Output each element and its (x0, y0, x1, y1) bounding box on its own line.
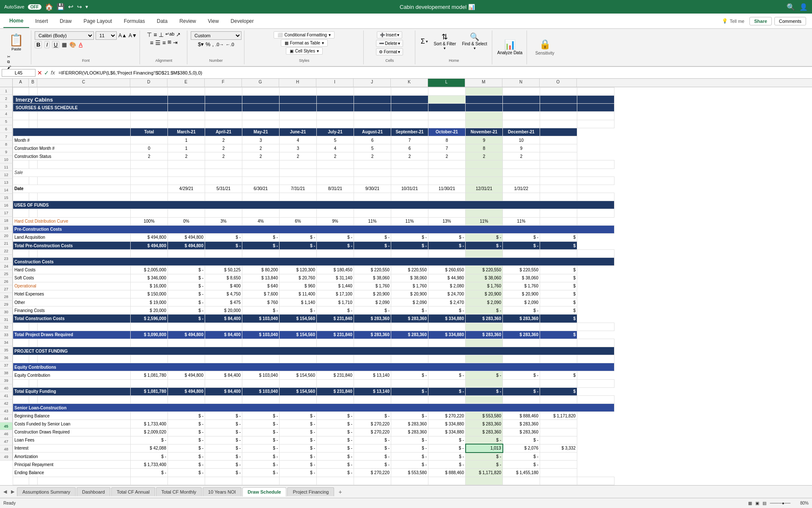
tell-me-label[interactable]: 💡 Tell me (722, 18, 744, 24)
search-icon[interactable]: 🔍 (787, 3, 795, 11)
scroll-sheets-right[interactable]: ▶ (9, 489, 16, 494)
font-name-select[interactable]: Calibri (Body) (35, 31, 94, 40)
indent-icon[interactable]: ⇥ (173, 39, 178, 46)
fmt-table-chevron[interactable]: ▾ (322, 41, 324, 45)
sum-button[interactable]: Σ ▾ (419, 37, 430, 46)
align-top-icon[interactable]: ⊤ (147, 31, 152, 38)
month-november-header[interactable]: November-21 (466, 128, 503, 136)
italic-button[interactable]: I (44, 41, 49, 48)
col-header-l[interactable]: L (428, 79, 465, 87)
cell-styles-button[interactable]: ▣ Cell Styles ▾ (286, 47, 323, 55)
col-header-j[interactable]: J (354, 79, 391, 87)
save-icon[interactable]: 💾 (57, 3, 65, 11)
increase-decimal-icon[interactable]: .0→ (215, 42, 224, 47)
insert-cells-button[interactable]: ➕ Insert ▾ (377, 31, 402, 39)
col-header-o[interactable]: O (540, 79, 577, 87)
month-may-header[interactable]: May-21 (242, 128, 280, 136)
tab-insert[interactable]: Insert (29, 15, 54, 28)
find-select-button[interactable]: 🔍 Find & Select ▾ (460, 31, 488, 51)
tab-review[interactable]: Review (173, 15, 202, 28)
cut-icon[interactable]: ✂ (7, 55, 11, 59)
col-header-m[interactable]: M (465, 79, 502, 87)
home-icon[interactable]: 🏠 (45, 3, 53, 11)
undo-icon[interactable]: ↩ (68, 3, 74, 11)
paste-button[interactable]: 📋 Paste (7, 31, 25, 53)
col-header-g[interactable]: G (242, 79, 279, 87)
user-icon[interactable]: 👤 (799, 3, 808, 11)
sort-chevron[interactable]: ▾ (444, 46, 446, 50)
month-july-header[interactable]: July-21 (317, 128, 354, 136)
sort-filter-button[interactable]: ⇅ Sort & Filter ▾ (432, 31, 458, 51)
sensitivity-button[interactable]: 🔒 Sensitivity (534, 37, 556, 57)
col-header-a[interactable]: A (13, 79, 29, 87)
sheet-tab-total-cf-monthly[interactable]: Total CF Monthly (156, 487, 202, 496)
col-header-c[interactable]: C (37, 79, 130, 87)
tab-page-layout[interactable]: Page Layout (77, 15, 118, 28)
font-color-icon[interactable]: A (79, 41, 82, 48)
find-chevron[interactable]: ▾ (474, 46, 476, 50)
month-december-header[interactable]: December-21 (503, 128, 540, 136)
col-header-d[interactable]: D (130, 79, 167, 87)
page-break-view-icon[interactable]: ▤ (763, 501, 766, 505)
sheet-tab-assumptions-summary[interactable]: Assumptions Summary (17, 487, 76, 496)
format-cells-button[interactable]: ⚙ Format ▾ (376, 48, 403, 55)
col-header-f[interactable]: F (205, 79, 242, 87)
tab-data[interactable]: Data (151, 15, 173, 28)
align-bottom-icon[interactable]: ⊥ (159, 31, 164, 38)
number-format-select[interactable]: Custom (191, 31, 241, 40)
selected-cell-l45[interactable]: 1,013 (466, 444, 503, 452)
sheet-tab-project-financing[interactable]: Project Financing (287, 487, 334, 496)
bold-button[interactable]: B (35, 41, 42, 48)
percent-icon[interactable]: % (206, 41, 211, 47)
zoom-level[interactable]: 80% (794, 501, 809, 505)
share-button[interactable]: Share (749, 17, 772, 25)
month-october-header[interactable]: October-21 (428, 128, 466, 136)
delete-cells-button[interactable]: ➖ Delete ▾ (376, 40, 403, 47)
sheet-tab-10-years-noi[interactable]: 10 Years NOI (203, 487, 241, 496)
customize-qat[interactable]: ▾ (85, 4, 88, 10)
sum-chevron[interactable]: ▾ (426, 39, 428, 44)
month-september-header[interactable]: September-21 (391, 128, 428, 136)
cancel-formula-icon[interactable]: ✕ (37, 69, 42, 76)
border-icon[interactable]: ▦ (62, 41, 67, 48)
title-cell[interactable]: Imerzy Cabins (13, 96, 168, 104)
orientation-icon[interactable]: ↗ (176, 31, 181, 38)
name-box[interactable] (2, 69, 36, 77)
cond-fmt-chevron[interactable]: ▾ (329, 33, 331, 37)
col-header-i[interactable]: I (316, 79, 354, 87)
conditional-formatting-button[interactable]: ⬜ Conditional Formatting ▾ (274, 31, 335, 39)
col-header-h[interactable]: H (279, 79, 316, 87)
align-left-icon[interactable]: ≡ (150, 39, 154, 46)
col-header-n[interactable]: N (502, 79, 540, 87)
col-header-e[interactable]: E (167, 79, 205, 87)
formula-input[interactable] (57, 70, 810, 75)
align-center-icon[interactable]: ☰ (155, 39, 161, 46)
merge-center-icon[interactable]: ⊞ (167, 39, 171, 46)
decrease-font-icon[interactable]: A▼ (129, 33, 137, 39)
zoom-slider[interactable]: ────●── (770, 501, 790, 505)
scroll-sheets-left[interactable]: ◀ (2, 489, 8, 494)
align-middle-icon[interactable]: ≡ (154, 31, 157, 38)
tab-view[interactable]: View (202, 15, 225, 28)
font-size-select[interactable]: 11 (96, 31, 117, 40)
wrap-text-icon[interactable]: ↵ab (165, 31, 174, 38)
tab-formulas[interactable]: Formulas (118, 15, 151, 28)
fill-color-icon[interactable]: 🎨 (69, 41, 76, 48)
increase-font-icon[interactable]: A▲ (118, 33, 127, 39)
currency-icon[interactable]: $▾ (198, 41, 204, 47)
select-all-button[interactable] (0, 79, 13, 87)
normal-view-icon[interactable]: ▦ (748, 501, 752, 505)
confirm-formula-icon[interactable]: ✓ (44, 69, 49, 76)
add-sheet-button[interactable]: + (335, 487, 345, 497)
cell-styles-chevron[interactable]: ▾ (317, 49, 319, 53)
insert-function-icon[interactable]: fx (51, 69, 55, 76)
comments-button[interactable]: Comments (774, 17, 806, 25)
tab-developer[interactable]: Developer (225, 15, 260, 28)
page-layout-view-icon[interactable]: ▣ (755, 501, 759, 505)
underline-button[interactable]: U (52, 41, 59, 48)
sheet-tab-draw-schedule[interactable]: Draw Schedule (242, 487, 287, 497)
col-header-k[interactable]: K (391, 79, 428, 87)
format-as-table-button[interactable]: ▦ Format as Table ▾ (281, 39, 328, 47)
autosave-toggle[interactable]: OFF (28, 4, 41, 10)
align-right-icon[interactable]: ≡ (162, 39, 166, 46)
